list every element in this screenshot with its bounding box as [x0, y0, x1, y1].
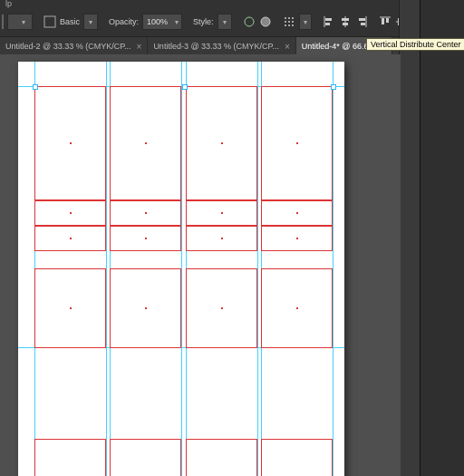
- image-frame[interactable]: [186, 200, 257, 226]
- image-frame[interactable]: [186, 86, 257, 200]
- image-frame[interactable]: [110, 439, 181, 476]
- options-bar: ▾ Basic ▾ Opacity: 100%▾ Style: ▾ ▾ Tran: [0, 7, 464, 37]
- collapsed-panel-dock[interactable]: [399, 0, 420, 476]
- svg-point-6: [285, 21, 286, 23]
- svg-point-1: [245, 17, 254, 26]
- selection-handle[interactable]: [33, 84, 38, 90]
- image-frame[interactable]: [34, 439, 106, 476]
- svg-rect-17: [343, 23, 348, 25]
- image-frame[interactable]: [261, 226, 333, 251]
- effects-icon[interactable]: [258, 14, 273, 30]
- opacity-field[interactable]: 100%▾: [142, 14, 182, 30]
- menubar-fragment: lp: [0, 0, 464, 7]
- align-top-icon[interactable]: [378, 14, 392, 30]
- svg-point-7: [288, 21, 290, 23]
- panel-dock[interactable]: [420, 0, 464, 476]
- image-frame[interactable]: [34, 200, 106, 226]
- svg-point-2: [261, 17, 270, 26]
- svg-point-3: [285, 17, 286, 19]
- document-tab[interactable]: Untitled-3 @ 33.33 % (CMYK/CP...×: [148, 37, 295, 55]
- stroke-weight-dropdown[interactable]: ▾: [7, 14, 33, 30]
- selection-handle[interactable]: [331, 84, 336, 90]
- svg-rect-23: [386, 18, 389, 23]
- image-frame[interactable]: [186, 268, 257, 348]
- image-frame[interactable]: [34, 86, 106, 200]
- graphic-style-icon[interactable]: [43, 14, 57, 30]
- style-label: Style:: [193, 17, 214, 26]
- selection-handle[interactable]: [182, 84, 188, 90]
- image-frame[interactable]: [261, 439, 333, 476]
- svg-point-8: [292, 21, 294, 23]
- image-frame[interactable]: [110, 226, 181, 251]
- svg-rect-13: [325, 18, 332, 21]
- tab-label: Untitled-3 @ 33.33 % (CMYK/CP...: [153, 42, 279, 51]
- opacity-value: 100%: [143, 17, 171, 26]
- svg-rect-19: [359, 18, 365, 21]
- image-frame[interactable]: [34, 226, 106, 251]
- image-frame[interactable]: [34, 268, 106, 348]
- svg-rect-16: [342, 18, 349, 21]
- image-frame[interactable]: [186, 439, 257, 476]
- image-frame[interactable]: [261, 86, 333, 200]
- page[interactable]: [18, 62, 344, 476]
- align-right-icon[interactable]: [354, 14, 369, 30]
- hyperlink-icon[interactable]: [242, 14, 256, 30]
- close-icon[interactable]: ×: [137, 42, 142, 52]
- image-frame[interactable]: [261, 268, 333, 348]
- svg-point-9: [285, 24, 286, 26]
- align-horizontal-center-icon[interactable]: [338, 14, 353, 30]
- object-style-dropdown[interactable]: ▾: [218, 14, 232, 30]
- image-frame[interactable]: [186, 226, 257, 251]
- basic-label: Basic: [60, 17, 80, 26]
- tooltip: Vertical Distribute Center: [366, 38, 464, 51]
- points-menu-dropdown[interactable]: ▾: [299, 14, 312, 30]
- image-frame[interactable]: [261, 200, 333, 226]
- svg-point-4: [288, 17, 290, 19]
- graphic-style-dropdown[interactable]: ▾: [83, 14, 98, 30]
- align-left-icon[interactable]: [322, 14, 336, 30]
- svg-point-5: [292, 17, 294, 19]
- svg-rect-20: [361, 23, 365, 25]
- svg-rect-14: [325, 23, 330, 25]
- image-frame[interactable]: [110, 268, 181, 348]
- canvas-area[interactable]: [0, 54, 401, 476]
- svg-point-11: [292, 24, 294, 26]
- close-icon[interactable]: ×: [285, 42, 290, 52]
- points-menu-icon[interactable]: [282, 14, 296, 30]
- tab-label: Untitled-4* @ 66.6...: [302, 42, 375, 51]
- opacity-label: Opacity:: [109, 17, 139, 26]
- svg-rect-22: [382, 18, 384, 24]
- svg-rect-0: [44, 16, 55, 27]
- tab-label: Untitled-2 @ 33.33 % (CMYK/CP...: [5, 42, 131, 51]
- image-frame[interactable]: [110, 200, 181, 226]
- image-frame[interactable]: [110, 86, 181, 200]
- stroke-none-swatch[interactable]: [2, 15, 4, 29]
- svg-point-10: [288, 24, 290, 26]
- document-tab[interactable]: Untitled-2 @ 33.33 % (CMYK/CP...×: [0, 37, 148, 55]
